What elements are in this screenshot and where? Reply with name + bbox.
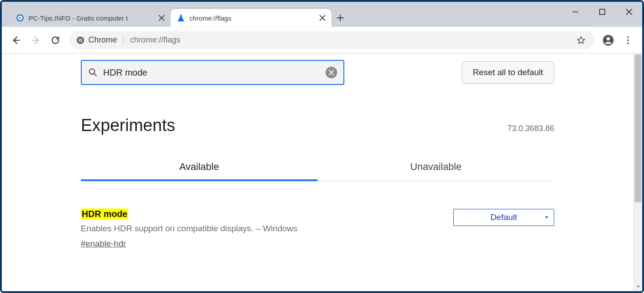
window-controls [562, 2, 642, 21]
reload-button[interactable] [46, 31, 64, 49]
flags-search-row: Reset all to default [81, 60, 554, 96]
svg-point-10 [627, 42, 629, 44]
scroll-down-arrow-icon[interactable] [634, 282, 642, 291]
bookmark-star-icon[interactable] [576, 35, 586, 45]
tab-title: chrome://flags [189, 14, 319, 22]
profile-button[interactable] [599, 31, 617, 49]
site-chip-label: Chrome [88, 35, 117, 45]
tab-unavailable[interactable]: Unavailable [318, 161, 554, 181]
svg-point-9 [627, 39, 629, 41]
browser-tab-inactive[interactable]: PC-Tips.INFO - Gratis computer t [10, 9, 171, 27]
pctips-favicon [16, 14, 24, 22]
forward-button[interactable] [27, 31, 45, 49]
window-maximize-button[interactable] [589, 2, 615, 21]
svg-point-5 [79, 39, 81, 41]
browser-titlebar: PC-Tips.INFO - Gratis computer t chrome:… [2, 2, 642, 27]
page-body: Reset all to default Experiments 73.0.36… [2, 54, 633, 291]
tab-close-icon[interactable] [158, 14, 165, 21]
tab-available[interactable]: Available [81, 161, 318, 181]
svg-point-8 [627, 36, 629, 38]
browser-toolbar: Chrome chrome://flags [2, 27, 642, 54]
flags-search-input[interactable] [103, 68, 326, 78]
window-minimize-button[interactable] [562, 2, 589, 21]
caret-down-icon [544, 215, 549, 220]
flags-search-box[interactable] [81, 60, 344, 85]
search-icon [88, 68, 98, 77]
clear-search-icon[interactable] [326, 67, 337, 78]
browser-tab-active[interactable]: chrome://flags [171, 9, 331, 27]
url-text: chrome://flags [130, 35, 180, 45]
svg-point-7 [606, 37, 610, 40]
svg-rect-2 [599, 9, 605, 14]
flag-state-dropdown[interactable]: Default [453, 209, 554, 226]
chrome-logo-icon [76, 36, 85, 45]
flag-state-value: Default [490, 212, 517, 222]
flag-title: HDR mode [81, 208, 128, 219]
scrollbar-thumb[interactable] [635, 55, 641, 202]
flag-row: HDR mode Enables HDR support on compatib… [81, 209, 554, 249]
address-bar[interactable]: Chrome chrome://flags [70, 31, 594, 49]
menu-button[interactable] [619, 31, 637, 49]
flask-icon [177, 14, 185, 22]
flag-description: Enables HDR support on compatible displa… [81, 224, 435, 234]
chrome-version: 73.0.3683.86 [507, 124, 554, 133]
flag-hash-link[interactable]: #enable-hdr [81, 239, 126, 249]
vertical-scrollbar[interactable] [633, 54, 642, 291]
flag-tabs: Available Unavailable [81, 161, 554, 181]
back-button[interactable] [7, 31, 25, 49]
tab-close-icon[interactable] [319, 14, 326, 21]
page-title: Experiments [81, 116, 175, 135]
page-viewport: Reset all to default Experiments 73.0.36… [2, 54, 642, 291]
tab-title: PC-Tips.INFO - Gratis computer t [29, 14, 158, 22]
reset-all-button[interactable]: Reset all to default [462, 61, 554, 84]
site-chip[interactable]: Chrome [76, 35, 124, 45]
window-close-button[interactable] [615, 2, 642, 21]
new-tab-button[interactable] [331, 9, 349, 27]
